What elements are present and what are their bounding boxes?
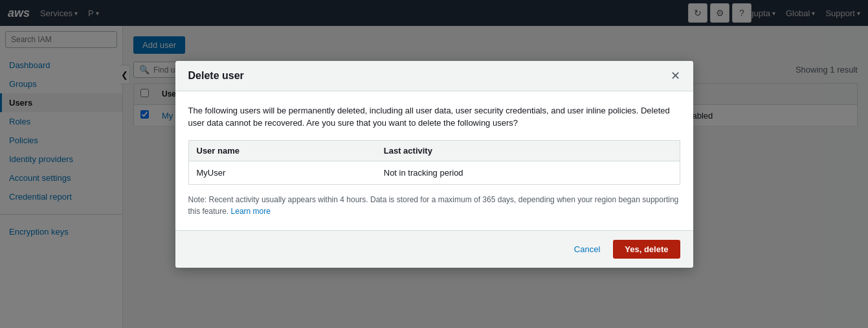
delete-button[interactable]: Yes, delete xyxy=(613,240,680,259)
learn-more-link[interactable]: Learn more xyxy=(231,207,271,216)
modal-user-table: User name Last activity MyUser Not in tr… xyxy=(188,140,680,185)
modal-table-header-username: User name xyxy=(188,140,376,161)
modal-table-row: MyUser Not in tracking period xyxy=(188,161,680,184)
modal-row-last-activity: Not in tracking period xyxy=(376,161,680,184)
delete-user-modal: Delete user ✕ The following users will b… xyxy=(175,61,693,268)
modal-table-header-last-activity: Last activity xyxy=(376,140,680,161)
cancel-button[interactable]: Cancel xyxy=(568,240,606,259)
modal-body: The following users will be permanently … xyxy=(175,91,693,230)
modal-warning-text: The following users will be permanently … xyxy=(188,104,680,130)
modal-header: Delete user ✕ xyxy=(175,61,693,91)
modal-footer: Cancel Yes, delete xyxy=(175,230,693,268)
modal-row-username: MyUser xyxy=(188,161,376,184)
modal-close-button[interactable]: ✕ xyxy=(671,70,680,82)
modal-overlay: Delete user ✕ The following users will b… xyxy=(0,0,868,328)
modal-title: Delete user xyxy=(188,70,244,82)
modal-note: Note: Recent activity usually appears wi… xyxy=(188,194,680,217)
